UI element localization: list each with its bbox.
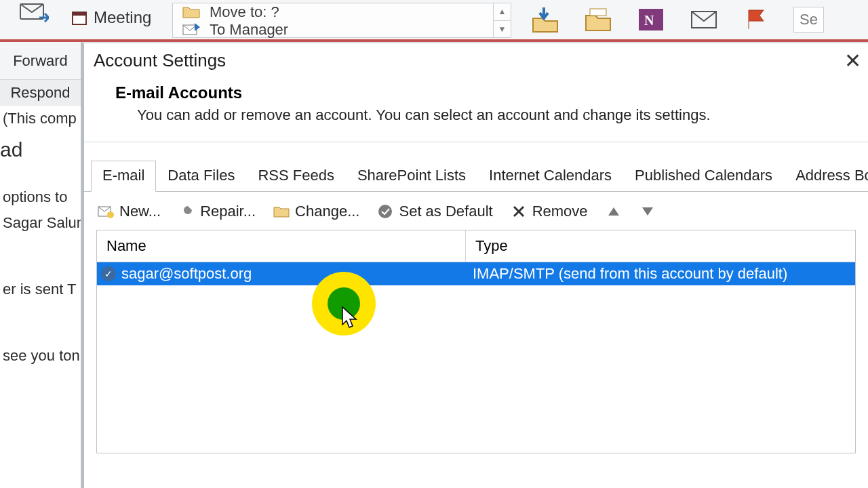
search-people-box[interactable]: Se: [793, 7, 824, 33]
pane-fragment: options to: [0, 184, 81, 210]
mail-to-manager-icon: [182, 23, 200, 37]
move-button[interactable]: [529, 3, 561, 36]
scroll-down-icon[interactable]: ▼: [494, 20, 511, 38]
change-folder-icon: [273, 203, 290, 220]
column-type[interactable]: Type: [466, 230, 855, 262]
account-name: sagar@softpost.org: [121, 265, 252, 283]
svg-rect-4: [590, 9, 606, 16]
tab-published-calendars[interactable]: Published Calendars: [623, 161, 784, 192]
accounts-toolbar: New... Repair... Change... Set as Defaul…: [84, 192, 868, 230]
repair-icon: [178, 203, 195, 220]
quick-step-label: Move to: ?: [210, 3, 279, 21]
set-default-label: Set as Default: [399, 203, 492, 220]
default-account-check-icon: ✓: [101, 266, 116, 281]
repair-label: Repair...: [200, 203, 256, 220]
accounts-table: Name Type ✓ sagar@softpost.org IMAP/SMTP…: [96, 230, 856, 453]
arrow-up-icon: [606, 203, 622, 220]
quick-step-move-to[interactable]: Move to: ?: [173, 3, 511, 21]
ribbon-respond-group: Meeting: [0, 0, 172, 39]
change-label: Change...: [295, 203, 359, 220]
new-mail-icon: [98, 203, 114, 220]
respond-group-label: Respond: [0, 80, 81, 106]
tab-rss-feeds[interactable]: RSS Feeds: [246, 161, 346, 192]
repair-account-button[interactable]: Repair...: [178, 203, 256, 220]
account-settings-tabs: E-mail Data Files RSS Feeds SharePoint L…: [84, 142, 868, 192]
move-down-button[interactable]: [639, 203, 656, 220]
account-settings-dialog: Account Settings ✕ E-mail Accounts You c…: [81, 42, 868, 488]
forward-label-cell[interactable]: Forward: [0, 42, 81, 80]
pane-fragment: er is sent T: [0, 277, 81, 302]
tab-sharepoint-lists[interactable]: SharePoint Lists: [346, 161, 477, 192]
background-reading-pane: Forward Respond (This comp ad options to…: [0, 42, 81, 488]
meeting-label: Meeting: [94, 8, 151, 27]
mail-forward-icon: [19, 3, 49, 26]
forward-label: Forward: [13, 52, 68, 70]
calendar-icon: [72, 10, 87, 25]
forward-button[interactable]: [0, 3, 68, 26]
tab-internet-calendars[interactable]: Internet Calendars: [477, 161, 623, 192]
account-type: IMAP/SMTP (send from this account by def…: [473, 265, 787, 283]
svg-point-10: [378, 205, 392, 218]
pane-fragment: (This comp: [0, 106, 81, 131]
change-account-button[interactable]: Change...: [273, 203, 359, 220]
arrow-down-icon: [639, 203, 656, 220]
quick-step-label: To Manager: [210, 21, 288, 39]
search-fragment: Se: [800, 11, 818, 28]
remove-x-icon: [511, 203, 527, 220]
ribbon-right-group: N Se: [515, 0, 868, 39]
pane-fragment: ad: [0, 131, 81, 161]
set-default-button[interactable]: Set as Default: [377, 203, 492, 220]
dialog-heading: E-mail Accounts: [115, 83, 850, 102]
pane-fragment: Sagar Salunl: [0, 210, 81, 236]
remove-label: Remove: [532, 203, 588, 220]
account-name-cell[interactable]: ✓ sagar@softpost.org: [97, 262, 466, 285]
tab-email[interactable]: E-mail: [91, 161, 156, 192]
new-label: New...: [119, 203, 161, 220]
meeting-button[interactable]: Meeting: [68, 3, 151, 27]
svg-rect-2: [73, 12, 86, 16]
dialog-titlebar: Account Settings ✕: [84, 43, 868, 75]
pane-fragment: see you ton: [0, 343, 81, 369]
dialog-header: E-mail Accounts You can add or remove an…: [84, 75, 868, 142]
close-icon[interactable]: ✕: [840, 49, 865, 73]
quick-steps-gallery[interactable]: Move to: ? To Manager ▲ ▼: [172, 3, 511, 38]
move-up-button[interactable]: [606, 203, 622, 220]
remove-account-button[interactable]: Remove: [511, 203, 588, 220]
dialog-subheading: You can add or remove an account. You ca…: [115, 106, 850, 124]
tab-address-books[interactable]: Address Books: [784, 161, 868, 192]
check-circle-icon: [377, 203, 393, 220]
dialog-title: Account Settings: [94, 50, 226, 71]
follow-up-flag-button[interactable]: [741, 3, 773, 36]
rules-button[interactable]: [582, 3, 614, 36]
accounts-table-header: Name Type: [97, 230, 855, 262]
tab-data-files[interactable]: Data Files: [156, 161, 246, 192]
table-row[interactable]: ✓ sagar@softpost.org IMAP/SMTP (send fro…: [97, 262, 855, 285]
account-type-cell: IMAP/SMTP (send from this account by def…: [466, 262, 855, 285]
svg-point-9: [107, 211, 114, 218]
svg-text:N: N: [644, 13, 654, 28]
scroll-up-icon[interactable]: ▲: [494, 3, 511, 20]
column-name[interactable]: Name: [97, 230, 466, 262]
onenote-button[interactable]: N: [635, 3, 667, 36]
quick-steps-scroll[interactable]: ▲ ▼: [493, 3, 511, 37]
mark-unread-button[interactable]: [688, 3, 720, 36]
quick-step-to-manager[interactable]: To Manager: [173, 21, 511, 39]
folder-move-icon: [182, 5, 200, 19]
new-account-button[interactable]: New...: [98, 203, 161, 220]
